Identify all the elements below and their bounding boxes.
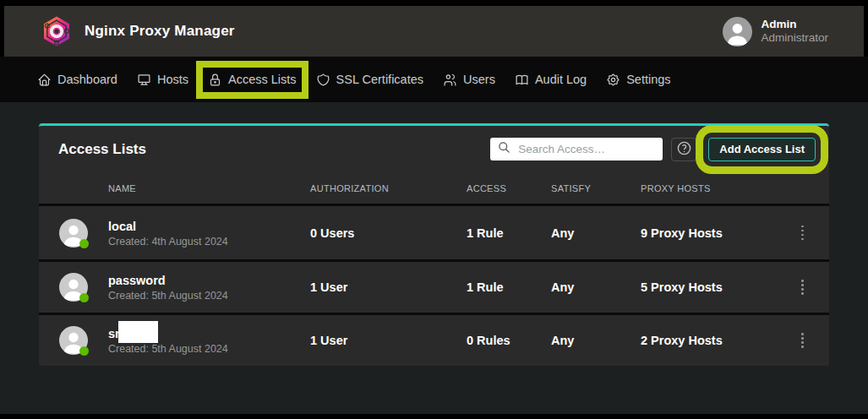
nav-item-dashboard[interactable]: Dashboard: [37, 73, 117, 87]
user-menu[interactable]: Admin Administrator: [723, 17, 828, 46]
access-cell: 1 Rule: [467, 226, 551, 240]
column-header-access[interactable]: ACCESS: [467, 183, 551, 193]
nav-item-audit-log[interactable]: Audit Log: [515, 73, 587, 87]
status-dot: [79, 239, 89, 248]
add-access-list-button[interactable]: Add Access List: [708, 138, 816, 161]
access-list-name[interactable]: local: [108, 219, 310, 234]
table-row[interactable]: password Created: 5th August 2024 1 User…: [39, 259, 829, 313]
table-row[interactable]: sn Created: 5th August 2024 1 User 0 Rul…: [39, 313, 829, 366]
person-icon: [723, 17, 752, 46]
main-nav: Dashboard Hosts Access Lists SSL Certifi…: [0, 57, 868, 102]
nav-label: Hosts: [157, 73, 188, 86]
user-name: Admin: [761, 18, 828, 31]
authorization-cell: 0 Users: [310, 226, 467, 240]
app-header-wrap: Nginx Proxy Manager Admin Administrator: [0, 6, 868, 57]
created-date: Created: 5th August 2024: [108, 343, 310, 355]
search-box[interactable]: [490, 138, 663, 161]
column-header-authorization[interactable]: AUTHORIZATION: [310, 183, 467, 193]
created-date: Created: 5th August 2024: [108, 290, 310, 302]
nav-label: Access Lists: [228, 73, 297, 86]
shield-icon: [316, 73, 330, 87]
row-menu-button[interactable]: [797, 329, 808, 352]
page-title: Access Lists: [58, 141, 146, 158]
satisfy-cell: Any: [551, 280, 641, 294]
row-menu-button[interactable]: [797, 275, 808, 299]
column-header-proxy-hosts[interactable]: PROXY HOSTS: [641, 183, 776, 193]
authorization-cell: 1 User: [310, 334, 467, 347]
table-header: NAME AUTHORIZATION ACCESS SATISFY PROXY …: [39, 172, 829, 206]
column-header-name[interactable]: NAME: [108, 183, 310, 193]
gear-icon: [606, 73, 620, 87]
screen-bottom-edge: [0, 414, 868, 419]
satisfy-cell: Any: [551, 226, 641, 240]
redaction-box: [118, 321, 158, 343]
search-icon: [498, 141, 510, 157]
access-cell: 1 Rule: [467, 280, 551, 294]
row-avatar: [59, 273, 88, 302]
satisfy-cell: Any: [551, 334, 641, 347]
circle-question-icon: [676, 140, 692, 159]
nav-item-settings[interactable]: Settings: [606, 73, 670, 87]
book-icon: [515, 73, 529, 87]
app-header: Nginx Proxy Manager Admin Administrator: [4, 6, 864, 57]
row-avatar: [59, 326, 88, 355]
app-title: Nginx Proxy Manager: [85, 23, 235, 40]
table-row[interactable]: local Created: 4th August 2024 0 Users 1…: [39, 206, 829, 259]
authorization-cell: 1 User: [310, 280, 467, 294]
card-header: Access Lists Add Access List: [39, 126, 829, 172]
proxy-hosts-cell: 9 Proxy Hosts: [641, 226, 776, 240]
row-menu-button[interactable]: [797, 221, 808, 245]
nav-label: Settings: [626, 73, 670, 86]
access-list-name[interactable]: password: [108, 273, 310, 288]
proxy-hosts-cell: 2 Proxy Hosts: [641, 334, 776, 347]
app-logo-icon[interactable]: [40, 14, 74, 48]
home-icon: [37, 73, 52, 87]
nav-item-hosts[interactable]: Hosts: [137, 73, 188, 87]
access-cell: 0 Rules: [467, 334, 551, 347]
help-button[interactable]: [671, 138, 696, 161]
nav-item-users[interactable]: Users: [443, 73, 495, 87]
nav-label: Dashboard: [57, 73, 117, 86]
nav-label: Audit Log: [535, 73, 587, 86]
screen-top-edge: [0, 0, 868, 6]
user-avatar: [723, 17, 752, 46]
lock-icon: [208, 73, 222, 87]
status-dot: [79, 346, 89, 356]
nav-label: SSL Certificates: [336, 73, 423, 86]
nav-item-ssl-certificates[interactable]: SSL Certificates: [316, 73, 423, 87]
user-role: Administrator: [761, 31, 828, 45]
column-header-satisfy[interactable]: SATISFY: [551, 183, 641, 193]
nav-label: Users: [463, 73, 495, 86]
search-input[interactable]: [518, 143, 655, 155]
access-lists-card: Access Lists Add Access List NAME AUTHOR…: [39, 123, 829, 366]
status-dot: [79, 293, 89, 302]
users-icon: [443, 73, 457, 87]
nav-item-access-lists[interactable]: Access Lists: [208, 73, 297, 87]
monitor-icon: [137, 73, 151, 87]
page-content: Access Lists Add Access List NAME AUTHOR…: [0, 123, 868, 406]
created-date: Created: 4th August 2024: [108, 236, 310, 248]
row-avatar: [59, 219, 88, 248]
proxy-hosts-cell: 5 Proxy Hosts: [641, 280, 776, 294]
access-list-name[interactable]: sn: [108, 326, 310, 341]
